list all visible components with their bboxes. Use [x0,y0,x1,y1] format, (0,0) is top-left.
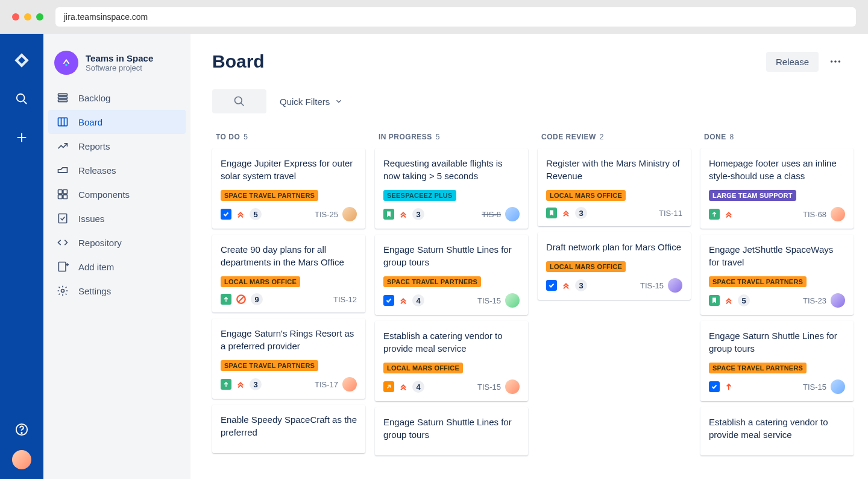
board-card[interactable]: Establish a catering vendor to provide m… [375,321,528,401]
sidebar-item-releases[interactable]: Releases [48,158,186,182]
current-user-avatar[interactable] [12,450,31,469]
card-tag: LOCAL MARS OFFICE [546,261,626,272]
sidebar-item-label: Backlog [78,93,110,103]
svg-point-24 [831,60,833,63]
card-title: Enable Speedy SpaceCraft as the preferre… [221,413,357,439]
assignee-avatar[interactable] [505,207,520,221]
search-icon[interactable] [10,87,34,111]
ticket-id: TIS-23 [803,296,826,305]
board-card[interactable]: Engage Saturn Shuttle Lines for group to… [700,321,854,401]
task-type-icon [221,209,231,220]
board-card[interactable]: Engage Saturn's Rings Resort as a prefer… [212,319,365,399]
board-card[interactable]: Establish a catering vendor to provide m… [700,407,854,455]
svg-rect-8 [58,94,68,95]
board-card[interactable]: Engage Saturn Shuttle Lines for group to… [375,235,528,315]
board-card[interactable]: Create 90 day plans for all departments … [212,235,365,312]
board-card[interactable]: Engage Jupiter Express for outer solar s… [212,148,365,229]
minimize-window-button[interactable] [24,13,31,21]
sidebar-item-repository[interactable]: Repository [48,230,186,255]
board-card[interactable]: Requesting available flights is now taki… [375,148,528,229]
card-title: Requesting available flights is now taki… [383,157,520,182]
sidebar-item-reports[interactable]: Reports [48,134,186,158]
ticket-id: TIS-25 [315,210,338,219]
board-column: IN PROGRESS 5Requesting available flight… [375,127,528,455]
card-title: Engage JetShuttle SpaceWays for travel [709,243,845,268]
card-title: Establish a catering vendor to provide m… [709,416,845,441]
priority-highest-icon [398,382,408,392]
sidebar-item-issues[interactable]: Issues [48,206,186,230]
board-card[interactable]: Homepage footer uses an inline style-sho… [700,148,854,229]
settings-icon [57,285,69,297]
assignee-avatar[interactable] [505,379,520,394]
column-header: CODE REVIEW 2 [538,127,691,148]
maximize-window-button[interactable] [36,13,43,21]
svg-rect-10 [58,100,68,101]
sidebar-item-board[interactable]: Board [48,110,186,134]
more-actions-icon[interactable] [825,51,846,72]
column-count: 8 [730,133,734,141]
project-header[interactable]: Teams in Space Software project [48,48,186,86]
card-footer: 3TIS-15 [546,278,682,293]
filters-row: Quick Filters [212,89,846,113]
assignee-avatar[interactable] [505,293,520,308]
assignee-avatar[interactable] [831,293,845,308]
assignee-avatar[interactable] [342,377,357,392]
project-icon [54,51,78,75]
column-title: TO DO [216,133,240,141]
chevron-down-icon [335,97,343,106]
atlassian-logo-icon[interactable] [10,48,34,72]
sidebar-item-add-item[interactable]: Add item [48,255,186,279]
assignee-avatar[interactable] [831,379,845,394]
priority-highest-icon [724,209,734,219]
sidebar-item-label: Board [78,117,102,127]
story-points-badge: 4 [412,294,424,306]
sidebar-item-settings[interactable]: Settings [48,279,186,303]
card-tag: SPACE TRAVEL PARTNERS [221,190,318,201]
card-footer: 9TIS-12 [221,293,357,305]
board-card[interactable]: Engage Saturn Shuttle Lines for group to… [375,407,528,455]
card-footer: TIS-68 [709,207,845,221]
priority-medium-icon [724,382,734,392]
create-icon[interactable] [10,125,34,150]
sidebar-item-backlog[interactable]: Backlog [48,86,186,110]
card-tag: SPACE TRAVEL PARTNERS [221,360,318,371]
add-item-icon [57,261,69,273]
column-header: TO DO 5 [212,127,365,148]
help-icon[interactable] [10,417,34,442]
card-tag: SPACE TRAVEL PARTNERS [709,276,807,287]
sidebar-item-components[interactable]: Components [48,182,186,206]
board-card[interactable]: Draft network plan for Mars OfficeLOCAL … [538,232,691,300]
story-points-badge: 3 [412,208,424,220]
assignee-avatar[interactable] [831,207,845,221]
url-bar[interactable]: jira.teamsinspace.com [55,7,856,27]
board-card[interactable]: Register with the Mars Ministry of Reven… [538,148,691,226]
ticket-id: TIS-15 [477,296,501,305]
sidebar-item-label: Repository [78,238,122,248]
board-search-input[interactable] [212,89,266,113]
repository-icon [57,236,69,249]
story-type-icon [709,295,720,306]
board-card[interactable]: Enable Speedy SpaceCraft as the preferre… [212,405,365,453]
svg-point-26 [838,60,841,63]
task-type-icon [383,295,394,306]
card-footer: 3TIS-11 [546,207,682,219]
board-card[interactable]: Engage JetShuttle SpaceWays for travelSP… [700,235,854,315]
assignee-avatar[interactable] [342,207,357,221]
board-column: TO DO 5Engage Jupiter Express for outer … [212,127,365,455]
ticket-id: TIS-15 [803,382,826,392]
svg-point-7 [65,64,68,66]
quick-filters-dropdown[interactable]: Quick Filters [280,97,343,107]
story-points-badge: 3 [250,378,262,390]
story-points-badge: 3 [575,207,587,219]
release-button[interactable]: Release [766,52,819,72]
ticket-id: TIS-8 [482,210,501,219]
assignee-avatar[interactable] [668,278,682,293]
close-window-button[interactable] [12,13,19,21]
svg-line-1 [24,101,27,104]
improvement-type-icon [709,209,720,220]
traffic-lights [12,13,43,21]
story-points-badge: 9 [251,293,263,305]
priority-blocker-icon [236,294,247,305]
subtask-type-icon [383,381,394,392]
svg-rect-9 [58,97,68,98]
